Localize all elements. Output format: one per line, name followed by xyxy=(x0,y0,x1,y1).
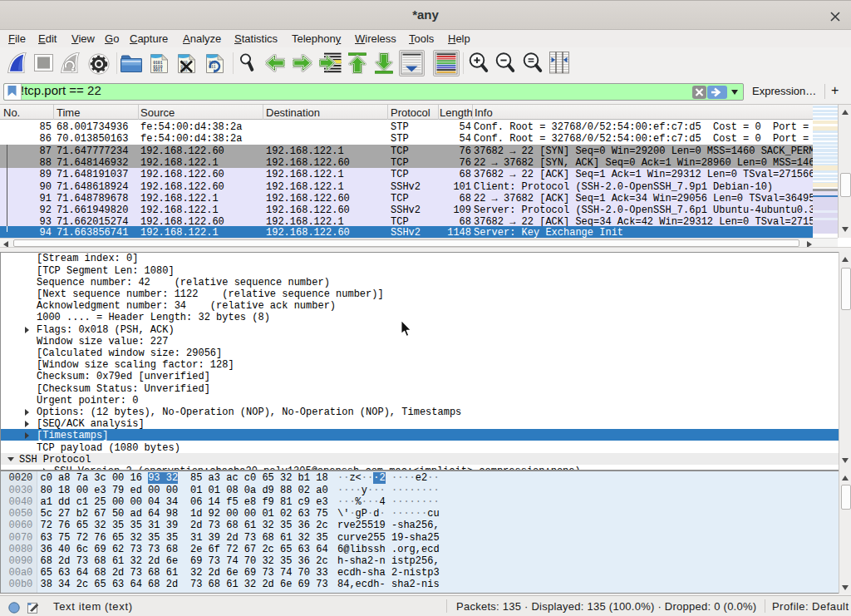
svg-text:0011: 0011 xyxy=(153,68,162,72)
